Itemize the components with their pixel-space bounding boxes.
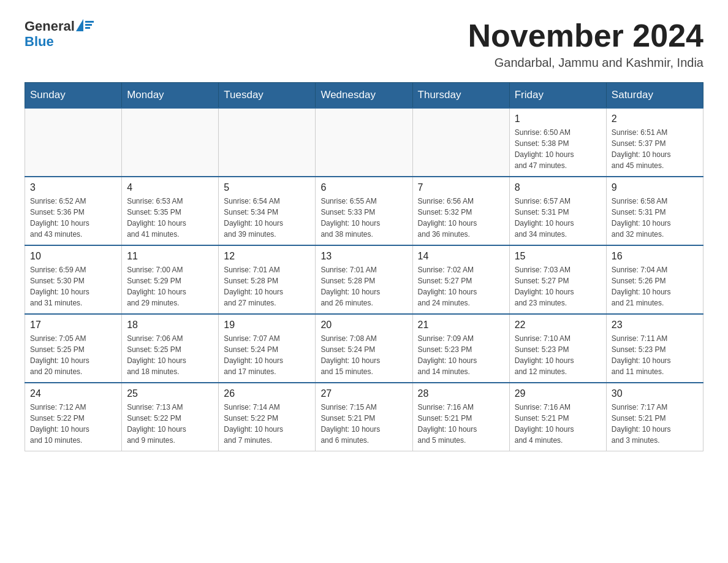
calendar-cell: 8Sunrise: 6:57 AM Sunset: 5:31 PM Daylig… bbox=[509, 177, 606, 245]
day-number: 10 bbox=[30, 251, 116, 262]
sun-info: Sunrise: 7:17 AM Sunset: 5:21 PM Dayligh… bbox=[612, 402, 698, 446]
calendar-table: SundayMondayTuesdayWednesdayThursdayFrid… bbox=[25, 82, 703, 451]
logo-line-3 bbox=[85, 27, 90, 29]
sun-info: Sunrise: 6:51 AM Sunset: 5:37 PM Dayligh… bbox=[612, 127, 698, 171]
sun-info: Sunrise: 7:08 AM Sunset: 5:24 PM Dayligh… bbox=[320, 333, 407, 377]
month-year-title: November 2024 bbox=[468, 18, 703, 53]
logo-blue-text: Blue bbox=[25, 34, 94, 49]
calendar-cell: 1Sunrise: 6:50 AM Sunset: 5:38 PM Daylig… bbox=[509, 108, 606, 177]
day-number: 20 bbox=[320, 320, 407, 331]
logo-text: General Blue bbox=[25, 18, 94, 50]
calendar-cell: 14Sunrise: 7:02 AM Sunset: 5:27 PM Dayli… bbox=[412, 245, 509, 314]
day-number: 6 bbox=[320, 182, 407, 193]
sun-info: Sunrise: 6:55 AM Sunset: 5:33 PM Dayligh… bbox=[320, 196, 407, 240]
calendar-cell bbox=[412, 108, 509, 177]
sun-info: Sunrise: 6:52 AM Sunset: 5:36 PM Dayligh… bbox=[30, 196, 116, 240]
day-number: 25 bbox=[127, 388, 213, 399]
weekday-header-thursday: Thursday bbox=[412, 83, 509, 109]
logo-triangle-icon bbox=[76, 19, 83, 31]
calendar-week-row: 3Sunrise: 6:52 AM Sunset: 5:36 PM Daylig… bbox=[25, 177, 703, 245]
sun-info: Sunrise: 7:07 AM Sunset: 5:24 PM Dayligh… bbox=[224, 333, 310, 377]
calendar-week-row: 24Sunrise: 7:12 AM Sunset: 5:22 PM Dayli… bbox=[25, 383, 703, 451]
calendar-cell: 13Sunrise: 7:01 AM Sunset: 5:28 PM Dayli… bbox=[316, 245, 412, 314]
calendar-cell: 25Sunrise: 7:13 AM Sunset: 5:22 PM Dayli… bbox=[122, 383, 219, 451]
weekday-header-friday: Friday bbox=[509, 83, 606, 109]
calendar-cell: 16Sunrise: 7:04 AM Sunset: 5:26 PM Dayli… bbox=[606, 245, 703, 314]
sun-info: Sunrise: 6:56 AM Sunset: 5:32 PM Dayligh… bbox=[418, 196, 504, 240]
calendar-cell: 23Sunrise: 7:11 AM Sunset: 5:23 PM Dayli… bbox=[606, 314, 703, 383]
sun-info: Sunrise: 7:01 AM Sunset: 5:28 PM Dayligh… bbox=[320, 264, 407, 308]
weekday-header-sunday: Sunday bbox=[25, 83, 122, 109]
sun-info: Sunrise: 7:15 AM Sunset: 5:21 PM Dayligh… bbox=[320, 402, 407, 446]
sun-info: Sunrise: 7:09 AM Sunset: 5:23 PM Dayligh… bbox=[418, 333, 504, 377]
logo-line-1 bbox=[85, 21, 94, 23]
sun-info: Sunrise: 7:03 AM Sunset: 5:27 PM Dayligh… bbox=[515, 264, 601, 308]
calendar-week-row: 17Sunrise: 7:05 AM Sunset: 5:25 PM Dayli… bbox=[25, 314, 703, 383]
calendar-cell: 30Sunrise: 7:17 AM Sunset: 5:21 PM Dayli… bbox=[606, 383, 703, 451]
sun-info: Sunrise: 7:11 AM Sunset: 5:23 PM Dayligh… bbox=[612, 333, 698, 377]
day-number: 17 bbox=[30, 320, 116, 331]
calendar-cell: 4Sunrise: 6:53 AM Sunset: 5:35 PM Daylig… bbox=[122, 177, 219, 245]
calendar-cell: 6Sunrise: 6:55 AM Sunset: 5:33 PM Daylig… bbox=[316, 177, 412, 245]
calendar-cell: 2Sunrise: 6:51 AM Sunset: 5:37 PM Daylig… bbox=[606, 108, 703, 177]
day-number: 11 bbox=[127, 251, 213, 262]
sun-info: Sunrise: 7:00 AM Sunset: 5:29 PM Dayligh… bbox=[127, 264, 213, 308]
logo-general-text: General bbox=[25, 18, 75, 34]
sun-info: Sunrise: 7:06 AM Sunset: 5:25 PM Dayligh… bbox=[127, 333, 213, 377]
calendar-week-row: 10Sunrise: 6:59 AM Sunset: 5:30 PM Dayli… bbox=[25, 245, 703, 314]
calendar-cell: 28Sunrise: 7:16 AM Sunset: 5:21 PM Dayli… bbox=[412, 383, 509, 451]
logo-lines-icon bbox=[85, 21, 94, 29]
day-number: 13 bbox=[320, 251, 407, 262]
day-number: 3 bbox=[30, 182, 116, 193]
sun-info: Sunrise: 6:59 AM Sunset: 5:30 PM Dayligh… bbox=[30, 264, 116, 308]
calendar-cell: 19Sunrise: 7:07 AM Sunset: 5:24 PM Dayli… bbox=[219, 314, 316, 383]
day-number: 18 bbox=[127, 320, 213, 331]
calendar-cell bbox=[122, 108, 219, 177]
calendar-cell: 24Sunrise: 7:12 AM Sunset: 5:22 PM Dayli… bbox=[25, 383, 122, 451]
calendar-cell: 12Sunrise: 7:01 AM Sunset: 5:28 PM Dayli… bbox=[219, 245, 316, 314]
sun-info: Sunrise: 6:57 AM Sunset: 5:31 PM Dayligh… bbox=[515, 196, 601, 240]
sun-info: Sunrise: 6:58 AM Sunset: 5:31 PM Dayligh… bbox=[612, 196, 698, 240]
day-number: 23 bbox=[612, 320, 698, 331]
day-number: 29 bbox=[515, 388, 601, 399]
weekday-header-wednesday: Wednesday bbox=[316, 83, 412, 109]
sun-info: Sunrise: 7:10 AM Sunset: 5:23 PM Dayligh… bbox=[515, 333, 601, 377]
day-number: 4 bbox=[127, 182, 213, 193]
calendar-cell: 15Sunrise: 7:03 AM Sunset: 5:27 PM Dayli… bbox=[509, 245, 606, 314]
weekday-header-saturday: Saturday bbox=[606, 83, 703, 109]
sun-info: Sunrise: 7:13 AM Sunset: 5:22 PM Dayligh… bbox=[127, 402, 213, 446]
sun-info: Sunrise: 6:53 AM Sunset: 5:35 PM Dayligh… bbox=[127, 196, 213, 240]
calendar-cell bbox=[25, 108, 122, 177]
sun-info: Sunrise: 7:12 AM Sunset: 5:22 PM Dayligh… bbox=[30, 402, 116, 446]
calendar-cell: 29Sunrise: 7:16 AM Sunset: 5:21 PM Dayli… bbox=[509, 383, 606, 451]
calendar-cell: 20Sunrise: 7:08 AM Sunset: 5:24 PM Dayli… bbox=[316, 314, 412, 383]
page-header: General Blue November 2024 Gandarbal, Ja… bbox=[25, 18, 703, 70]
location-subtitle: Gandarbal, Jammu and Kashmir, India bbox=[468, 56, 703, 70]
day-number: 28 bbox=[418, 388, 504, 399]
sun-info: Sunrise: 7:16 AM Sunset: 5:21 PM Dayligh… bbox=[515, 402, 601, 446]
calendar-cell: 9Sunrise: 6:58 AM Sunset: 5:31 PM Daylig… bbox=[606, 177, 703, 245]
weekday-header-row: SundayMondayTuesdayWednesdayThursdayFrid… bbox=[25, 83, 703, 109]
calendar-cell: 11Sunrise: 7:00 AM Sunset: 5:29 PM Dayli… bbox=[122, 245, 219, 314]
day-number: 12 bbox=[224, 251, 310, 262]
day-number: 1 bbox=[515, 113, 601, 124]
day-number: 16 bbox=[612, 251, 698, 262]
calendar-cell: 21Sunrise: 7:09 AM Sunset: 5:23 PM Dayli… bbox=[412, 314, 509, 383]
calendar-cell: 17Sunrise: 7:05 AM Sunset: 5:25 PM Dayli… bbox=[25, 314, 122, 383]
weekday-header-tuesday: Tuesday bbox=[219, 83, 316, 109]
day-number: 19 bbox=[224, 320, 310, 331]
sun-info: Sunrise: 7:05 AM Sunset: 5:25 PM Dayligh… bbox=[30, 333, 116, 377]
day-number: 2 bbox=[612, 113, 698, 124]
day-number: 7 bbox=[418, 182, 504, 193]
sun-info: Sunrise: 7:01 AM Sunset: 5:28 PM Dayligh… bbox=[224, 264, 310, 308]
calendar-cell: 22Sunrise: 7:10 AM Sunset: 5:23 PM Dayli… bbox=[509, 314, 606, 383]
calendar-cell bbox=[316, 108, 412, 177]
calendar-week-row: 1Sunrise: 6:50 AM Sunset: 5:38 PM Daylig… bbox=[25, 108, 703, 177]
calendar-cell: 3Sunrise: 6:52 AM Sunset: 5:36 PM Daylig… bbox=[25, 177, 122, 245]
day-number: 26 bbox=[224, 388, 310, 399]
title-area: November 2024 Gandarbal, Jammu and Kashm… bbox=[468, 18, 703, 70]
day-number: 15 bbox=[515, 251, 601, 262]
day-number: 30 bbox=[612, 388, 698, 399]
day-number: 9 bbox=[612, 182, 698, 193]
day-number: 8 bbox=[515, 182, 601, 193]
